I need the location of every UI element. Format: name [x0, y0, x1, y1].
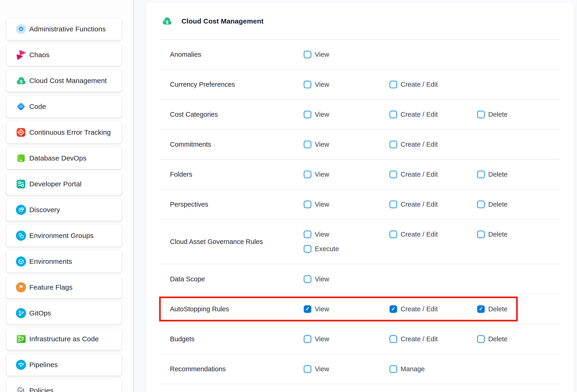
permission-cost-categories-create-edit: ✓ Create / Edit: [390, 111, 438, 118]
hexagons-icon: [16, 231, 26, 241]
sidebar-item-environments[interactable]: Environments: [6, 251, 122, 272]
permission-cloud-asset-governance-rules-view: ✓ View: [304, 231, 329, 238]
permission-label: Execute: [315, 245, 339, 253]
permission-row-anomalies: Anomalies ✓ View: [160, 39, 560, 69]
sidebar-item-administrative-functions[interactable]: ⚙ Administrative Functions: [6, 18, 122, 40]
permission-checkbox[interactable]: ✓: [477, 335, 485, 343]
permission-checkbox[interactable]: ✓: [304, 275, 311, 283]
permission-checkbox[interactable]: ✓: [304, 245, 311, 253]
discovery-icon: [16, 205, 26, 215]
permission-label: Create / Edit: [400, 201, 438, 208]
chaos-icon: [16, 50, 26, 60]
permission-row-label: Folders: [160, 171, 304, 178]
permission-checkbox[interactable]: ✓: [477, 305, 485, 313]
permission-checkbox[interactable]: ✓: [304, 305, 311, 313]
sidebar-item-cloud-cost-management[interactable]: $ Cloud Cost Management: [6, 70, 122, 92]
sidebar-item-database-devops[interactable]: ∞ Database DevOps: [6, 147, 122, 169]
check-icon: ✓: [305, 306, 310, 312]
sidebar-item-gitops[interactable]: GitOps: [6, 302, 122, 324]
permission-row-folders: Folders ✓ View ✓ Create / Edit ✓ Delete: [160, 159, 560, 189]
sidebar-item-label: Cloud Cost Management: [29, 77, 107, 85]
sidebar-item-label: Continuous Error Tracking: [29, 128, 111, 136]
permission-checkbox[interactable]: ✓: [304, 141, 311, 148]
permission-checkbox[interactable]: ✓: [390, 81, 397, 88]
permission-checkbox[interactable]: ✓: [304, 81, 311, 88]
permission-budgets-view: ✓ View: [304, 335, 329, 343]
check-icon: ✓: [479, 306, 483, 312]
permission-cloud-asset-governance-rules-execute: ✓ Execute: [304, 245, 339, 253]
sidebar-item-label: Environments: [29, 257, 72, 265]
permission-checkbox[interactable]: ✓: [390, 305, 397, 313]
sidebar-item-pipelines[interactable]: Pipelines: [6, 354, 122, 376]
permission-label: Delete: [488, 335, 507, 343]
permission-label: View: [315, 365, 329, 373]
manage-column-cell: ✓ Create / Edit: [390, 171, 477, 178]
permission-label: Create / Edit: [400, 305, 438, 313]
permission-currency-preferences-view: ✓ View: [304, 81, 329, 88]
permission-checkbox[interactable]: ✓: [390, 365, 397, 373]
permission-checkbox[interactable]: ✓: [390, 335, 397, 343]
permission-row-label: Perspectives: [160, 201, 304, 208]
permission-checkbox[interactable]: ✓: [477, 201, 485, 208]
manage-column-cell: ✓ Manage: [390, 365, 477, 373]
permission-perspectives-delete: ✓ Delete: [477, 201, 507, 208]
permission-checkbox[interactable]: ✓: [390, 231, 397, 238]
permission-row-label: Anomalies: [160, 51, 304, 58]
permission-checkbox[interactable]: ✓: [304, 171, 311, 178]
permission-checkbox[interactable]: ✓: [304, 231, 311, 238]
card-header-icon-slot: $: [160, 15, 174, 27]
sidebar-item-label: GitOps: [29, 309, 51, 317]
sidebar-item-label: Feature Flags: [29, 284, 73, 291]
permission-checkbox[interactable]: ✓: [477, 171, 485, 178]
permission-label: View: [315, 201, 329, 208]
permission-perspectives-create-edit: ✓ Create / Edit: [390, 201, 438, 208]
permission-checkbox[interactable]: ✓: [304, 51, 311, 58]
sidebar-item-chaos[interactable]: Chaos: [6, 44, 122, 66]
permission-label: Create / Edit: [400, 111, 438, 118]
sidebar-item-environment-groups[interactable]: Environment Groups: [6, 225, 122, 247]
permission-checkbox[interactable]: ✓: [304, 201, 311, 208]
permission-label: Delete: [488, 231, 507, 238]
permission-label: Create / Edit: [400, 141, 438, 148]
permission-checkbox[interactable]: ✓: [390, 141, 397, 148]
permission-autostopping-rules-view: ✓ View: [304, 305, 329, 313]
manage-column-cell: ✓ Create / Edit: [390, 81, 477, 88]
permission-label: Delete: [488, 201, 507, 208]
view-column-cell: ✓ View: [304, 141, 390, 148]
permission-checkbox[interactable]: ✓: [304, 335, 311, 343]
permission-folders-create-edit: ✓ Create / Edit: [390, 171, 438, 178]
permission-checkbox[interactable]: ✓: [390, 201, 397, 208]
permission-label: Delete: [488, 111, 507, 118]
permission-checkbox[interactable]: ✓: [304, 365, 311, 373]
sidebar-item-continuous-error-tracking[interactable]: Continuous Error Tracking: [6, 121, 122, 143]
permission-checkbox[interactable]: ✓: [304, 111, 311, 118]
permission-checkbox[interactable]: ✓: [390, 171, 397, 178]
permission-label: View: [315, 171, 329, 178]
permission-row-autostopping-rules: AutoStopping Rules ✓ View ✓ Create / Edi…: [160, 294, 560, 324]
cube-icon: [16, 256, 26, 267]
permission-folders-delete: ✓ Delete: [477, 171, 507, 178]
sidebar-item-developer-portal[interactable]: Developer Portal: [6, 173, 122, 195]
permission-checkbox[interactable]: ✓: [390, 111, 397, 118]
delete-column-cell: ✓ Delete: [477, 305, 560, 313]
svg-text:$: $: [166, 19, 168, 24]
sidebar-item-code[interactable]: </> Code: [6, 96, 122, 117]
permission-row-label: Data Scope: [160, 275, 304, 283]
permission-currency-preferences-create-edit: ✓ Create / Edit: [390, 81, 438, 88]
sidebar-item-label: Database DevOps: [29, 154, 86, 162]
permission-row-label: Budgets: [160, 335, 304, 343]
sidebar-item-label: Discovery: [29, 206, 60, 214]
main-region: $ Cloud Cost Management Anomalies ✓ View…: [134, 0, 577, 392]
permission-row-recommendations: Recommendations ✓ View ✓ Manage: [160, 354, 560, 384]
sidebar-item-infrastructure-as-code[interactable]: Infrastructure as Code: [6, 328, 122, 350]
permission-row-commitments: Commitments ✓ View ✓ Create / Edit: [160, 129, 560, 159]
sidebar-item-policies[interactable]: Policies: [6, 380, 122, 392]
svg-text:$: $: [20, 79, 22, 84]
sidebar-item-discovery[interactable]: Discovery: [6, 199, 122, 221]
permission-checkbox[interactable]: ✓: [477, 111, 485, 118]
sidebar-item-label: Developer Portal: [29, 180, 82, 188]
sidebar-item-feature-flags[interactable]: ⚑ Feature Flags: [6, 277, 122, 298]
table-bottom-separator: [160, 384, 560, 392]
permission-checkbox[interactable]: ✓: [477, 231, 485, 238]
permission-autostopping-rules-create-edit: ✓ Create / Edit: [390, 305, 438, 313]
